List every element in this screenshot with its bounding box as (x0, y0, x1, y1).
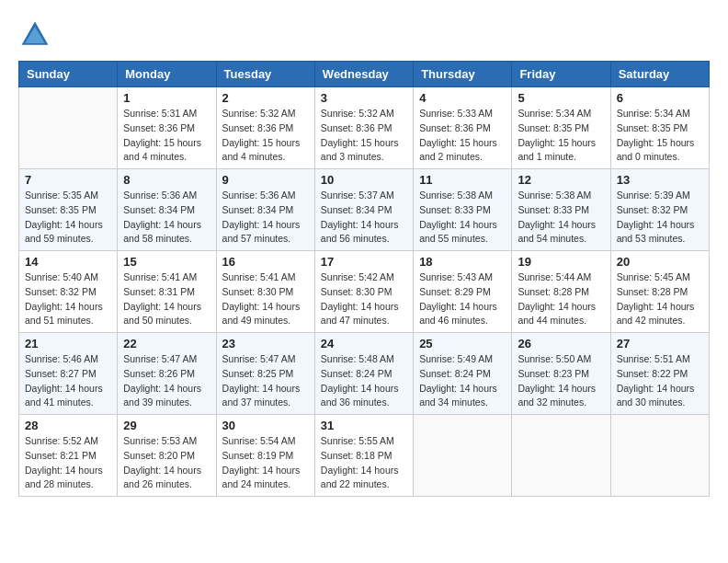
logo-icon (18, 18, 51, 52)
day-number: 29 (123, 419, 210, 432)
day-info: Sunrise: 5:34 AM Sunset: 8:35 PM Dayligh… (617, 107, 703, 165)
column-header-thursday: Thursday (414, 62, 512, 87)
calendar-week-row: 28Sunrise: 5:52 AM Sunset: 8:21 PM Dayli… (19, 415, 710, 497)
day-info: Sunrise: 5:31 AM Sunset: 8:36 PM Dayligh… (123, 107, 210, 165)
day-info: Sunrise: 5:51 AM Sunset: 8:22 PM Dayligh… (617, 352, 703, 410)
day-info: Sunrise: 5:38 AM Sunset: 8:33 PM Dayligh… (518, 189, 604, 247)
day-number: 7 (25, 173, 111, 187)
calendar-cell: 2Sunrise: 5:32 AM Sunset: 8:36 PM Daylig… (216, 87, 314, 169)
day-info: Sunrise: 5:47 AM Sunset: 8:26 PM Dayligh… (123, 352, 210, 410)
calendar-cell: 11Sunrise: 5:38 AM Sunset: 8:33 PM Dayli… (414, 169, 512, 251)
calendar-cell: 19Sunrise: 5:44 AM Sunset: 8:28 PM Dayli… (512, 251, 610, 333)
calendar-cell: 29Sunrise: 5:53 AM Sunset: 8:20 PM Dayli… (118, 415, 216, 497)
calendar-cell (512, 415, 610, 497)
day-info: Sunrise: 5:44 AM Sunset: 8:28 PM Dayligh… (518, 270, 604, 328)
day-number: 4 (419, 91, 506, 105)
day-number: 5 (518, 91, 604, 105)
calendar-cell: 24Sunrise: 5:48 AM Sunset: 8:24 PM Dayli… (314, 333, 413, 415)
day-number: 17 (321, 255, 407, 269)
day-info: Sunrise: 5:41 AM Sunset: 8:31 PM Dayligh… (123, 270, 210, 328)
day-info: Sunrise: 5:36 AM Sunset: 8:34 PM Dayligh… (222, 189, 309, 247)
day-info: Sunrise: 5:33 AM Sunset: 8:36 PM Dayligh… (419, 107, 506, 165)
calendar-cell (19, 87, 118, 169)
day-number: 22 (123, 337, 210, 350)
header (18, 18, 710, 52)
day-info: Sunrise: 5:42 AM Sunset: 8:30 PM Dayligh… (321, 270, 407, 328)
calendar-cell: 8Sunrise: 5:36 AM Sunset: 8:34 PM Daylig… (118, 169, 216, 251)
calendar-week-row: 14Sunrise: 5:40 AM Sunset: 8:32 PM Dayli… (19, 251, 710, 333)
day-number: 20 (617, 255, 703, 269)
calendar-cell: 14Sunrise: 5:40 AM Sunset: 8:32 PM Dayli… (19, 251, 118, 333)
day-info: Sunrise: 5:41 AM Sunset: 8:30 PM Dayligh… (222, 270, 309, 328)
calendar-cell: 12Sunrise: 5:38 AM Sunset: 8:33 PM Dayli… (512, 169, 610, 251)
calendar-cell: 31Sunrise: 5:55 AM Sunset: 8:18 PM Dayli… (314, 415, 413, 497)
day-number: 3 (321, 91, 407, 105)
calendar-cell: 27Sunrise: 5:51 AM Sunset: 8:22 PM Dayli… (610, 333, 709, 415)
calendar-header-row: SundayMondayTuesdayWednesdayThursdayFrid… (19, 62, 710, 87)
day-info: Sunrise: 5:39 AM Sunset: 8:32 PM Dayligh… (617, 189, 703, 247)
calendar-cell: 9Sunrise: 5:36 AM Sunset: 8:34 PM Daylig… (216, 169, 314, 251)
day-number: 18 (419, 255, 506, 269)
calendar-cell: 25Sunrise: 5:49 AM Sunset: 8:24 PM Dayli… (414, 333, 512, 415)
day-info: Sunrise: 5:53 AM Sunset: 8:20 PM Dayligh… (123, 434, 210, 492)
calendar-cell: 10Sunrise: 5:37 AM Sunset: 8:34 PM Dayli… (314, 169, 413, 251)
day-info: Sunrise: 5:54 AM Sunset: 8:19 PM Dayligh… (222, 434, 309, 492)
calendar-table: SundayMondayTuesdayWednesdayThursdayFrid… (18, 61, 710, 497)
column-header-monday: Monday (118, 62, 216, 87)
day-number: 25 (419, 337, 506, 350)
calendar-cell: 23Sunrise: 5:47 AM Sunset: 8:25 PM Dayli… (216, 333, 314, 415)
day-number: 27 (617, 337, 703, 350)
day-number: 6 (617, 91, 703, 105)
calendar-cell: 22Sunrise: 5:47 AM Sunset: 8:26 PM Dayli… (118, 333, 216, 415)
day-number: 30 (222, 419, 309, 432)
calendar-cell: 4Sunrise: 5:33 AM Sunset: 8:36 PM Daylig… (414, 87, 512, 169)
day-info: Sunrise: 5:32 AM Sunset: 8:36 PM Dayligh… (222, 107, 309, 165)
calendar-cell: 17Sunrise: 5:42 AM Sunset: 8:30 PM Dayli… (314, 251, 413, 333)
calendar-cell: 16Sunrise: 5:41 AM Sunset: 8:30 PM Dayli… (216, 251, 314, 333)
calendar-cell (414, 415, 512, 497)
day-number: 24 (321, 337, 407, 350)
calendar-cell: 7Sunrise: 5:35 AM Sunset: 8:35 PM Daylig… (19, 169, 118, 251)
calendar-week-row: 21Sunrise: 5:46 AM Sunset: 8:27 PM Dayli… (19, 333, 710, 415)
logo (18, 18, 55, 52)
day-info: Sunrise: 5:45 AM Sunset: 8:28 PM Dayligh… (617, 270, 703, 328)
day-number: 21 (25, 337, 111, 350)
column-header-saturday: Saturday (610, 62, 709, 87)
day-info: Sunrise: 5:49 AM Sunset: 8:24 PM Dayligh… (419, 352, 506, 410)
calendar-week-row: 1Sunrise: 5:31 AM Sunset: 8:36 PM Daylig… (19, 87, 710, 169)
day-info: Sunrise: 5:38 AM Sunset: 8:33 PM Dayligh… (419, 189, 506, 247)
day-info: Sunrise: 5:35 AM Sunset: 8:35 PM Dayligh… (25, 189, 111, 247)
day-info: Sunrise: 5:55 AM Sunset: 8:18 PM Dayligh… (321, 434, 407, 492)
calendar-cell: 5Sunrise: 5:34 AM Sunset: 8:35 PM Daylig… (512, 87, 610, 169)
calendar-cell: 20Sunrise: 5:45 AM Sunset: 8:28 PM Dayli… (610, 251, 709, 333)
day-number: 1 (123, 91, 210, 105)
day-number: 15 (123, 255, 210, 269)
day-info: Sunrise: 5:40 AM Sunset: 8:32 PM Dayligh… (25, 270, 111, 328)
day-number: 23 (222, 337, 309, 350)
day-info: Sunrise: 5:37 AM Sunset: 8:34 PM Dayligh… (321, 189, 407, 247)
calendar-cell: 26Sunrise: 5:50 AM Sunset: 8:23 PM Dayli… (512, 333, 610, 415)
day-number: 19 (518, 255, 604, 269)
calendar-cell: 18Sunrise: 5:43 AM Sunset: 8:29 PM Dayli… (414, 251, 512, 333)
day-info: Sunrise: 5:34 AM Sunset: 8:35 PM Dayligh… (518, 107, 604, 165)
day-number: 11 (419, 173, 506, 187)
day-info: Sunrise: 5:43 AM Sunset: 8:29 PM Dayligh… (419, 270, 506, 328)
calendar-cell: 1Sunrise: 5:31 AM Sunset: 8:36 PM Daylig… (118, 87, 216, 169)
calendar-cell: 13Sunrise: 5:39 AM Sunset: 8:32 PM Dayli… (610, 169, 709, 251)
calendar-cell (610, 415, 709, 497)
day-info: Sunrise: 5:47 AM Sunset: 8:25 PM Dayligh… (222, 352, 309, 410)
calendar-cell: 21Sunrise: 5:46 AM Sunset: 8:27 PM Dayli… (19, 333, 118, 415)
day-number: 31 (321, 419, 407, 432)
column-header-friday: Friday (512, 62, 610, 87)
day-info: Sunrise: 5:52 AM Sunset: 8:21 PM Dayligh… (25, 434, 111, 492)
day-number: 8 (123, 173, 210, 187)
day-info: Sunrise: 5:50 AM Sunset: 8:23 PM Dayligh… (518, 352, 604, 410)
calendar-cell: 30Sunrise: 5:54 AM Sunset: 8:19 PM Dayli… (216, 415, 314, 497)
column-header-tuesday: Tuesday (216, 62, 314, 87)
day-number: 14 (25, 255, 111, 269)
column-header-wednesday: Wednesday (314, 62, 413, 87)
calendar-cell: 28Sunrise: 5:52 AM Sunset: 8:21 PM Dayli… (19, 415, 118, 497)
calendar-cell: 6Sunrise: 5:34 AM Sunset: 8:35 PM Daylig… (610, 87, 709, 169)
day-info: Sunrise: 5:46 AM Sunset: 8:27 PM Dayligh… (25, 352, 111, 410)
day-info: Sunrise: 5:32 AM Sunset: 8:36 PM Dayligh… (321, 107, 407, 165)
